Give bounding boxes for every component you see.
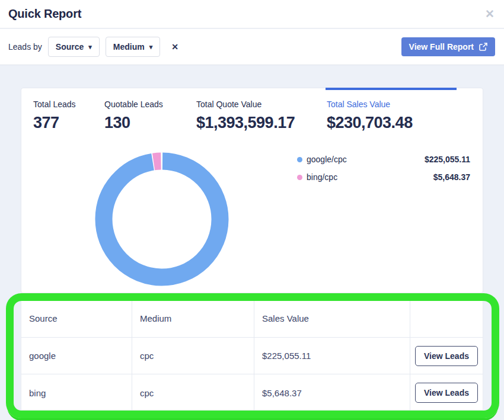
modal-header: Quick Report ✕ xyxy=(0,0,504,28)
stat-label: Total Leads xyxy=(33,100,104,109)
legend-dot-pink xyxy=(297,175,302,180)
legend-dot-blue xyxy=(297,157,302,162)
chart-legend: google/cpc $225,055.11 bing/cpc $5,648.3… xyxy=(297,150,470,186)
legend-value: $5,648.37 xyxy=(433,172,470,182)
close-icon[interactable]: ✕ xyxy=(485,8,495,20)
cell-source: google xyxy=(21,338,132,374)
stat-value: 130 xyxy=(104,114,196,132)
external-link-icon xyxy=(479,43,487,51)
view-leads-button[interactable]: View Leads xyxy=(415,383,478,403)
stat-tab-total-sales-value[interactable]: Total Sales Value $230,703.48 xyxy=(326,100,457,132)
stat-label: Quotable Leads xyxy=(104,100,196,109)
table-row: bing cpc $5,648.37 View Leads xyxy=(21,374,483,411)
cell-action: View Leads xyxy=(410,374,483,411)
stat-label: Total Sales Value xyxy=(327,100,457,109)
column-header-source: Source xyxy=(21,300,132,338)
view-leads-button[interactable]: View Leads xyxy=(415,346,478,366)
stat-value: $1,393,599.17 xyxy=(196,114,326,132)
medium-dropdown-label: Medium xyxy=(113,42,145,52)
column-header-medium: Medium xyxy=(132,300,254,338)
stat-label: Total Quote Value xyxy=(196,100,326,109)
toolbar: Leads by Source ▾ Medium ▾ ✕ View Full R… xyxy=(0,29,504,65)
stats-row: Total Leads 377 Quotable Leads 130 Total… xyxy=(21,88,483,132)
table-row: google cpc $225,055.11 View Leads xyxy=(21,338,483,374)
table-header-row: Source Medium Sales Value xyxy=(21,300,483,338)
column-header-sales-value: Sales Value xyxy=(254,300,410,338)
stat-tab-quotable-leads[interactable]: Quotable Leads 130 xyxy=(104,100,196,132)
legend-item-bing-cpc: bing/cpc $5,648.37 xyxy=(297,168,470,186)
stat-value: $230,703.48 xyxy=(327,114,457,132)
view-full-report-label: View Full Report xyxy=(409,42,474,52)
results-table: Source Medium Sales Value google cpc $22… xyxy=(21,299,483,411)
cell-medium: cpc xyxy=(132,338,254,374)
column-header-actions xyxy=(410,300,483,338)
source-dropdown[interactable]: Source ▾ xyxy=(48,37,100,57)
chevron-down-icon: ▾ xyxy=(88,44,92,50)
leads-by-label: Leads by xyxy=(8,42,42,52)
cell-sales-value: $5,648.37 xyxy=(254,374,410,411)
stat-value: 377 xyxy=(33,114,104,132)
medium-dropdown[interactable]: Medium ▾ xyxy=(106,37,160,57)
clear-filters-icon[interactable]: ✕ xyxy=(171,42,178,52)
stat-tab-total-quote-value[interactable]: Total Quote Value $1,393,599.17 xyxy=(196,100,326,132)
chevron-down-icon: ▾ xyxy=(149,44,153,50)
report-summary-card: Total Leads 377 Quotable Leads 130 Total… xyxy=(21,88,483,293)
legend-item-google-cpc: google/cpc $225,055.11 xyxy=(297,150,470,168)
cell-sales-value: $225,055.11 xyxy=(254,338,410,374)
cell-medium: cpc xyxy=(132,374,254,411)
legend-label: bing/cpc xyxy=(307,172,337,182)
view-full-report-button[interactable]: View Full Report xyxy=(401,37,495,56)
stat-tab-total-leads[interactable]: Total Leads 377 xyxy=(33,100,104,132)
cell-source: bing xyxy=(21,374,132,411)
page-title: Quick Report xyxy=(8,7,81,21)
legend-value: $225,055.11 xyxy=(425,155,470,164)
selected-tab-indicator xyxy=(326,88,457,90)
legend-label: google/cpc xyxy=(307,155,347,164)
cell-action: View Leads xyxy=(410,338,483,374)
source-dropdown-label: Source xyxy=(56,42,84,52)
donut-chart[interactable] xyxy=(95,152,229,286)
